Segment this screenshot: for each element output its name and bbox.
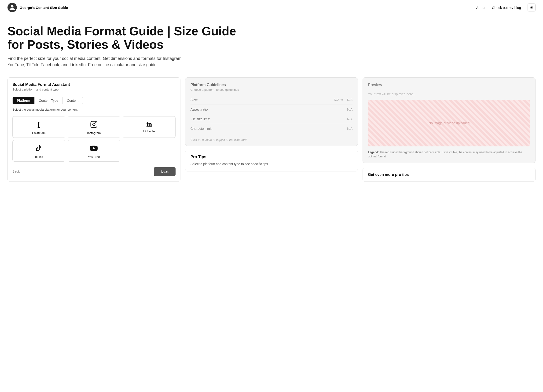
filesize-value: N/A [347, 117, 352, 121]
legend-text: The red striped background should not be… [368, 151, 522, 158]
size-values: N/Apx N/A [334, 98, 352, 102]
preview-text-placeholder: Your text will be displayed here... [363, 89, 535, 99]
platform-youtube[interactable]: YouTube [68, 140, 120, 162]
platform-facebook-label: Facebook [32, 131, 45, 134]
main-grid: Social Media Format Assistant Select a p… [0, 74, 543, 189]
assistant-title: Social Media Format Assistant [12, 82, 175, 87]
filesize-row[interactable]: File size limit: N/A [191, 114, 353, 124]
next-button[interactable]: Next [154, 167, 175, 176]
preview-image-area: No image or video uploaded [368, 100, 530, 146]
facebook-icon: f [37, 121, 40, 129]
linkedin-icon: in [146, 121, 152, 128]
youtube-icon [90, 145, 98, 153]
nav-blog[interactable]: Check out my blog [492, 6, 521, 10]
platform-linkedin[interactable]: in LinkedIn [123, 116, 175, 138]
platform-youtube-label: YouTube [88, 155, 100, 159]
tab-platform[interactable]: Platform [13, 97, 35, 104]
pro-tips-card: Pro Tips Select a platform and content t… [185, 150, 358, 171]
size-value-na: N/A [347, 98, 352, 102]
middle-column: Platform Guidelines Choose a platform to… [185, 77, 358, 182]
svg-rect-0 [91, 121, 97, 128]
charlimit-value: N/A [347, 127, 352, 130]
tiktok-icon [35, 145, 43, 153]
platform-linkedin-label: LinkedIn [143, 129, 155, 133]
charlimit-label: Character limit: [191, 127, 213, 130]
avatar [7, 3, 17, 12]
clipboard-hint: Click on a value to copy it to the clipb… [185, 136, 358, 146]
svg-point-1 [93, 123, 95, 126]
filesize-label: File size limit: [191, 117, 210, 121]
back-button[interactable]: Back [12, 170, 20, 173]
charlimit-row[interactable]: Character limit: N/A [191, 124, 353, 133]
preview-card: Preview Your text will be displayed here… [362, 77, 536, 163]
no-media-label: No image or video uploaded [429, 121, 469, 125]
aspect-value: N/A [347, 108, 352, 111]
sun-icon: ☀ [530, 5, 533, 10]
more-tips-card: Get even more pro tips [362, 168, 536, 182]
platform-instagram-label: Instagram [87, 131, 101, 135]
pro-tips-title: Pro Tips [191, 155, 353, 159]
size-row[interactable]: Size: N/Apx N/A [191, 95, 353, 105]
svg-point-2 [95, 122, 96, 123]
nav-about[interactable]: About [476, 6, 486, 10]
preview-legend: Legend: The red striped background shoul… [363, 147, 535, 163]
pro-tips-text: Select a platform and content type to se… [191, 162, 353, 167]
platform-description: Select the social media platform for you… [8, 104, 180, 114]
guidelines-table: Size: N/Apx N/A Aspect ratio: N/A File s… [185, 94, 358, 136]
platform-tabs: Platform Content Type Content [12, 97, 83, 104]
legend-label: Legend: [368, 151, 379, 154]
tab-content-type[interactable]: Content Type [35, 97, 63, 104]
aspect-row[interactable]: Aspect ratio: N/A [191, 105, 353, 114]
size-label: Size: [191, 98, 198, 102]
filesize-values: N/A [347, 117, 352, 121]
instagram-icon [90, 121, 98, 129]
more-tips-title: Get even more pro tips [368, 173, 530, 177]
guidelines-header: Platform Guidelines Choose a platform to… [185, 78, 358, 94]
tab-content[interactable]: Content [63, 97, 83, 104]
platform-tiktok[interactable]: TikTok [12, 140, 65, 162]
theme-toggle-button[interactable]: ☀ [527, 4, 536, 11]
platform-tiktok-label: TikTok [34, 155, 43, 159]
site-title: George's Content Size Guide [20, 6, 68, 10]
charlimit-values: N/A [347, 127, 352, 130]
guidelines-card: Platform Guidelines Choose a platform to… [185, 77, 358, 146]
right-column: Preview Your text will be displayed here… [362, 77, 536, 182]
header: George's Content Size Guide About Check … [0, 0, 543, 15]
hero-title: Social Media Format Guide | Size Guide f… [7, 25, 237, 51]
header-left: George's Content Size Guide [7, 3, 68, 12]
panel-footer: Back Next [8, 163, 180, 180]
platform-grid: f Facebook Instagram in LinkedIn [8, 114, 180, 163]
aspect-label: Aspect ratio: [191, 108, 209, 111]
platform-facebook[interactable]: f Facebook [12, 116, 65, 138]
assistant-subtitle: Select a platform and content type [12, 88, 175, 91]
aspect-values: N/A [347, 108, 352, 111]
guidelines-subtitle: Choose a platform to see guidelines [191, 88, 353, 91]
assistant-header: Social Media Format Assistant Select a p… [8, 78, 180, 94]
header-right: About Check out my blog ☀ [476, 4, 536, 11]
assistant-card: Social Media Format Assistant Select a p… [7, 77, 181, 182]
hero-description: Find the perfect size for your social me… [7, 56, 199, 68]
hero-section: Social Media Format Guide | Size Guide f… [0, 15, 543, 74]
preview-header: Preview [363, 78, 535, 89]
preview-title: Preview [368, 83, 530, 87]
guidelines-title: Platform Guidelines [191, 83, 353, 87]
size-value-px: N/Apx [334, 98, 343, 102]
platform-instagram[interactable]: Instagram [68, 116, 120, 138]
